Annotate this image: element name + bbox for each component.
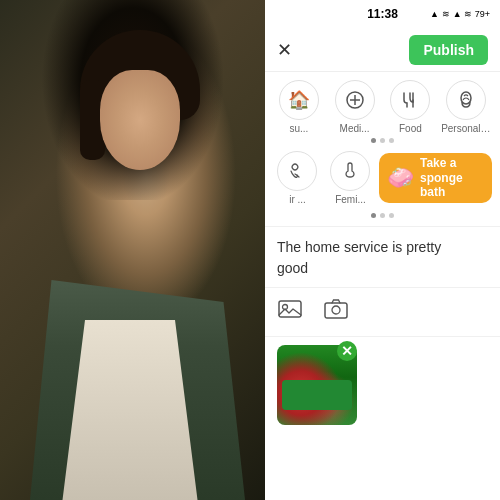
battery-icon: ▲ ≋ 79+ (453, 9, 490, 19)
category-icon-ir (277, 151, 317, 191)
category-row-1: 🏠 su... Medi... (265, 80, 500, 134)
text-content: The home service is pretty good (277, 237, 488, 279)
category-label-su: su... (289, 123, 308, 134)
camera-button[interactable] (323, 296, 349, 328)
categories-section: 🏠 su... Medi... (265, 72, 500, 227)
status-icons: ▲ ≋ ▲ ≋ 79+ (430, 9, 490, 19)
category-label-sponge-bath: Take a sponge bath (420, 156, 484, 199)
category-icon-food (390, 80, 430, 120)
category-item-sponge-bath[interactable]: 🧼 Take a sponge bath (379, 153, 492, 203)
dot-6 (389, 213, 394, 218)
text-area-section[interactable]: The home service is pretty good (265, 227, 500, 288)
dots-row-2 (265, 209, 500, 222)
wifi-icon: ≋ (442, 9, 450, 19)
svg-rect-6 (325, 303, 347, 318)
text-line-2: good (277, 260, 308, 276)
category-label-personal-care: Personal Ca (441, 123, 491, 134)
publish-button[interactable]: Publish (409, 35, 488, 65)
dot-4 (371, 213, 376, 218)
signal-icon: ▲ (430, 9, 439, 19)
category-icon-medi (335, 80, 375, 120)
photo-preview-section: ✕ (265, 337, 500, 433)
dots-row-1 (265, 134, 500, 147)
phone-panel: 11:38 ▲ ≋ ▲ ≋ 79+ ✕ Publish 🏠 su... (265, 0, 500, 500)
category-icon-femi (330, 151, 370, 191)
category-row-2: ir ... Femi... 🧼 Take a sponge bath (265, 147, 500, 209)
category-item-femi[interactable]: Femi... (326, 151, 375, 205)
dot-2 (380, 138, 385, 143)
category-label-ir: ir ... (289, 194, 306, 205)
category-item-ir[interactable]: ir ... (273, 151, 322, 205)
category-label-medi: Medi... (340, 123, 370, 134)
image-button[interactable] (277, 296, 303, 328)
category-icon-su: 🏠 (279, 80, 319, 120)
dot-3 (389, 138, 394, 143)
category-item-personal-care[interactable]: Personal Ca (440, 80, 492, 134)
status-time: 11:38 (367, 7, 398, 21)
face-skin (100, 70, 180, 170)
svg-rect-4 (279, 301, 301, 317)
category-item-food[interactable]: Food (385, 80, 437, 134)
category-item-medi[interactable]: Medi... (329, 80, 381, 134)
category-item-su[interactable]: 🏠 su... (273, 80, 325, 134)
svg-point-7 (332, 306, 340, 314)
category-icon-personal-care (446, 80, 486, 120)
text-line-1: The home service is pretty (277, 239, 441, 255)
face-overlay (80, 30, 200, 190)
dot-5 (380, 213, 385, 218)
dot-1 (371, 138, 376, 143)
status-bar: 11:38 ▲ ≋ ▲ ≋ 79+ (265, 0, 500, 28)
media-section (265, 288, 500, 337)
header-bar: ✕ Publish (265, 28, 500, 72)
photo-background (0, 0, 265, 500)
category-label-food: Food (399, 123, 422, 134)
close-button[interactable]: ✕ (277, 39, 292, 61)
category-label-femi: Femi... (335, 194, 366, 205)
remove-photo-button[interactable]: ✕ (337, 341, 357, 361)
category-icon-sponge-bath: 🧼 (387, 165, 414, 191)
apron (55, 320, 205, 500)
